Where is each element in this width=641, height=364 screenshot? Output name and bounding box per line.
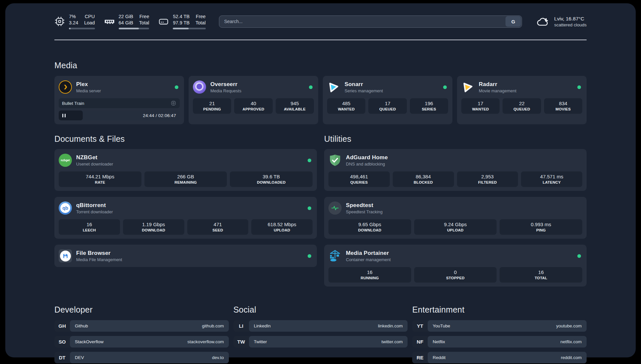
stat-queries: 498,461 QUERIES xyxy=(328,171,390,187)
stat-value: 498,461 xyxy=(330,174,388,179)
stat-label: SERIES xyxy=(411,107,447,111)
bookmark-youtube[interactable]: YT YouTube youtube.com xyxy=(412,320,587,332)
stat-value: 16 xyxy=(501,269,581,275)
header-divider xyxy=(54,40,587,40)
bookmark-netflix[interactable]: NF Netflix netflix.com xyxy=(412,336,587,348)
bookmark-reddit[interactable]: RE Reddit reddit.com xyxy=(412,352,587,363)
search-input[interactable] xyxy=(219,15,522,28)
stat-label: QUERIES xyxy=(330,180,388,184)
session-icon xyxy=(170,100,176,106)
playback-progress-row: 24:44 / 02:06:47 xyxy=(59,110,180,120)
stat-value: 834 xyxy=(545,101,581,106)
card-subtitle: Media File Management xyxy=(76,257,122,262)
entertainment-heading: Entertainment xyxy=(412,305,587,315)
stat-label: UPLOAD xyxy=(253,228,311,232)
bookmark-name: YouTube xyxy=(433,323,450,328)
memory-label-1: Free xyxy=(139,14,149,20)
developer-heading: Developer xyxy=(54,305,229,315)
stat-stopped: 0 STOPPED xyxy=(414,267,497,283)
stat-label: PING xyxy=(501,228,581,232)
nzbget-card[interactable]: nzbget NZBGet Usenet downloader 744.21 M… xyxy=(54,149,317,191)
disk-free-value: 52.4 TB xyxy=(173,14,190,20)
stat-label: TOTAL xyxy=(501,276,581,280)
memory-label-2: Total xyxy=(139,20,149,26)
stat-label: AVAILABLE xyxy=(277,107,313,111)
stat-wanted: 17 WANTED xyxy=(461,98,500,114)
filebrowser-card[interactable]: File Browser Media File Management xyxy=(54,245,317,267)
stat-label: WANTED xyxy=(463,107,498,111)
card-subtitle: Media server xyxy=(76,88,101,93)
bookmark-url: dev.to xyxy=(212,355,224,360)
stat-seed: 471 SEED xyxy=(187,219,249,235)
stat-value: 196 xyxy=(411,101,447,106)
bookmark-stackoverflow[interactable]: SO StackOverflow stackoverflow.com xyxy=(54,336,229,348)
disk-progress-fill xyxy=(173,28,189,29)
search-provider-button[interactable]: G xyxy=(505,16,521,27)
status-online-dot xyxy=(175,85,178,89)
sonarr-card[interactable]: Sonarr Series management 485 WANTED 17 Q… xyxy=(323,76,452,124)
stat-queued: 22 QUEUED xyxy=(503,98,541,114)
bookmark-abbr: RE xyxy=(412,352,428,363)
stat-value: 485 xyxy=(328,101,364,106)
bookmark-name: Github xyxy=(75,323,88,328)
stat-label: APPROVED xyxy=(235,107,271,111)
bookmark-twitter[interactable]: TW Twitter twitter.com xyxy=(233,336,408,348)
stat-value: 9.24 Gbps xyxy=(415,222,496,227)
stat-value: 17 xyxy=(370,101,405,106)
bookmark-github[interactable]: GH Github github.com xyxy=(54,320,229,332)
stat-value: 2,953 xyxy=(458,174,517,179)
stat-value: 744.21 Mbps xyxy=(60,174,140,179)
stat-value: 40 xyxy=(235,101,271,106)
portainer-card[interactable]: Media Portainer Container management 16 … xyxy=(324,245,587,287)
bookmark-abbr: NF xyxy=(412,336,428,348)
status-online-dot xyxy=(309,85,313,89)
cpu-widget: 7% 3.24 CPU Load xyxy=(54,14,95,29)
speedtest-card[interactable]: Speedtest Speedtest Tracking 9.65 Gbps D… xyxy=(324,197,587,239)
card-title: qBittorrent xyxy=(76,202,113,209)
plex-card[interactable]: Plex Media server Bullet Train 24:44 / 0… xyxy=(54,76,184,124)
cpu-load-value: 3.24 xyxy=(69,20,78,26)
cpu-progressbar xyxy=(69,28,95,29)
card-title: AdGuard Home xyxy=(346,154,388,161)
stat-pending: 21 PENDING xyxy=(193,98,231,114)
memory-total-value: 64 GiB xyxy=(119,20,133,26)
stat-queued: 17 QUEUED xyxy=(368,98,407,114)
bookmark-name: Reddit xyxy=(433,355,445,360)
radarr-card[interactable]: Radarr Movie management 17 WANTED 22 QUE… xyxy=(457,76,587,124)
bookmark-url: twitter.com xyxy=(382,339,403,344)
bookmark-dev[interactable]: DT DEV dev.to xyxy=(54,352,229,363)
bookmark-abbr: GH xyxy=(54,320,70,332)
stat-value: 22 xyxy=(504,101,539,106)
status-online-dot xyxy=(443,85,447,89)
stat-upload: 9.24 Gbps UPLOAD xyxy=(414,219,497,235)
bookmark-url: github.com xyxy=(202,323,224,328)
stat-label: REMAINING xyxy=(146,180,226,184)
status-online-dot xyxy=(308,159,311,162)
search-bar: G xyxy=(219,15,522,28)
stat-value: 0.993 ms xyxy=(501,222,581,227)
stat-value: 16 xyxy=(330,269,410,275)
bookmark-url: youtube.com xyxy=(556,323,582,328)
section-documents: Documents & Files nzbget NZBGet Usenet d… xyxy=(54,134,317,287)
stat-label: DOWNLOAD xyxy=(124,228,183,232)
memory-progressbar xyxy=(119,28,149,29)
stat-label: FILTERED xyxy=(458,180,517,184)
stat-value: 16 xyxy=(60,222,119,227)
qbittorrent-card[interactable]: qb qBittorrent Torrent downloader 16 LEE… xyxy=(54,197,317,239)
stat-label: SEED xyxy=(189,228,247,232)
adguard-card[interactable]: AdGuard Home DNS and adblocking 498,461 … xyxy=(324,149,587,191)
stat-downloaded: 39.6 TB DOWNLOADED xyxy=(230,171,313,187)
bookmark-abbr: LI xyxy=(233,320,249,332)
overseerr-logo-icon xyxy=(193,80,206,94)
card-subtitle: Torrent downloader xyxy=(76,209,113,214)
stat-label: LEECH xyxy=(60,228,119,232)
now-playing-title: Bullet Train xyxy=(62,101,84,106)
bookmark-linkedin[interactable]: LI LinkedIn linkedin.com xyxy=(233,320,408,332)
bookmark-name: LinkedIn xyxy=(254,323,271,328)
memory-icon xyxy=(104,16,115,27)
stat-label: LATENCY xyxy=(522,180,581,184)
overseerr-card[interactable]: Overseerr Media Requests 21 PENDING 40 A… xyxy=(189,76,318,124)
cpu-percent: 7% xyxy=(69,14,78,20)
card-subtitle: Movie management xyxy=(479,88,516,93)
sonarr-logo-icon xyxy=(327,80,340,94)
